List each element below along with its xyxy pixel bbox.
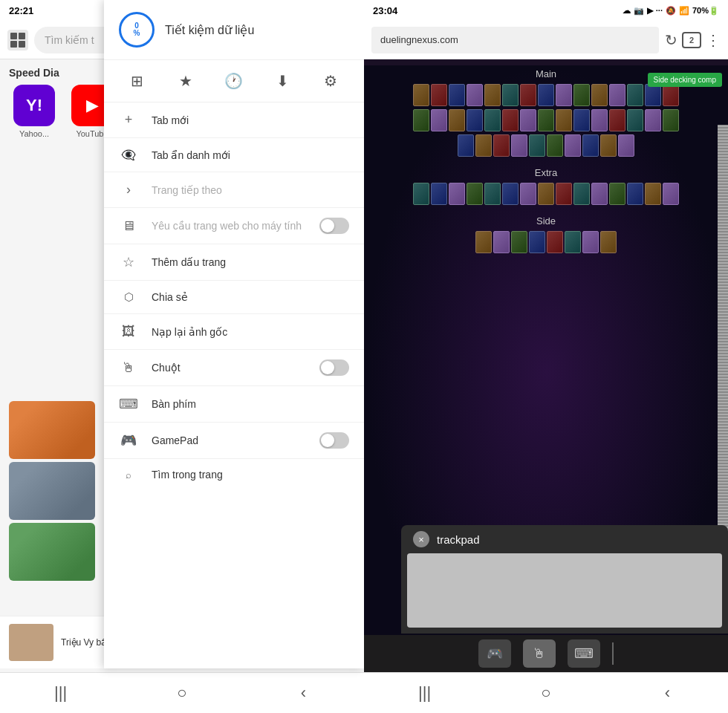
home-button-r[interactable]: ○ [527,678,565,708]
card [493,231,510,253]
desktop-label: Yêu cầu trang web cho máy tính [152,220,306,232]
menu-bookmarks-icon[interactable]: ★ [172,68,199,94]
browser-top-icons [7,30,28,51]
data-saver-percent-symbol: % [134,30,140,37]
grid-cell [10,41,17,48]
card [645,109,661,131]
menu-item-forward[interactable]: › Trang tiếp theo [104,172,364,208]
side-decking-badge: Main Side decking comp [648,73,723,87]
card [475,134,492,157]
trackpad-popup: × trackpad [401,525,728,634]
card [529,134,545,157]
trackpad-close-button[interactable]: × [413,531,429,547]
speed-dial-yahoo[interactable]: Y! Yahoo... [9,85,59,138]
more-menu-button[interactable]: ⋮ [706,31,721,49]
card [609,84,625,106]
menu-item-share[interactable]: ⬡ Chia sẻ [104,281,364,314]
mute-icon-r: 🔕 [666,6,676,16]
recent-apps-button-r[interactable]: ||| [406,678,443,708]
card [582,134,599,157]
new-tab-label: Tab mới [152,114,349,126]
keyboard-toolbar-button[interactable]: ⌨ [568,639,600,668]
card [582,231,599,253]
right-status-icons: ☁ 📷 ▶ ··· 🔕 📶 70%🔋 [623,6,719,16]
right-time: 23:04 [373,5,397,16]
trackpad-area[interactable] [407,553,722,628]
url-bar[interactable]: duelingnexus.com [371,27,659,53]
reload-button[interactable]: ↻ [665,31,677,49]
keyboard-label: Bàn phím [152,398,349,410]
back-button[interactable]: ‹ [285,678,322,708]
recent-apps-button[interactable]: ||| [42,678,79,708]
card [565,134,581,157]
share-icon: ⬡ [119,290,138,304]
menu-item-new-tab[interactable]: + Tab mới [104,102,364,138]
card [573,183,590,205]
card [520,84,536,106]
card [449,84,465,106]
card [591,183,608,205]
card [502,109,519,131]
right-panel: 23:04 ☁ 📷 ▶ ··· 🔕 📶 70%🔋 duelingnexus.co… [364,0,728,713]
close-icon: × [418,534,424,545]
card [431,84,447,106]
card [520,109,536,131]
card [573,84,590,106]
toolbar-separator [612,642,614,665]
menu-item-bookmark[interactable]: ☆ Thêm dấu trang [104,244,364,281]
menu-item-find[interactable]: ⌕ Tìm trong trang [104,459,364,490]
tab-count-badge[interactable]: 2 [682,32,701,48]
card [449,183,465,205]
menu-history-icon[interactable]: 🕐 [221,68,247,94]
card [538,84,554,106]
find-label: Tìm trong trang [152,469,349,481]
desktop-toggle[interactable] [319,218,349,234]
share-label: Chia sẻ [152,291,349,303]
menu-tabs-icon[interactable]: ⊞ [124,68,151,94]
menu-toolbar: ⊞ ★ 🕐 ⬇ ⚙ [104,60,364,102]
card [484,183,501,205]
extra-card-row [364,181,728,206]
card [529,231,545,253]
home-button[interactable]: ○ [163,678,201,708]
image-icon: 🖼 [119,324,138,339]
menu-downloads-icon[interactable]: ⬇ [269,68,296,94]
menu-item-incognito[interactable]: 👁‍🗨 Tab ẩn danh mới [104,138,364,172]
card [645,84,661,106]
grid-cell [10,33,17,39]
mouse-toolbar-button[interactable]: 🖱 [523,639,556,668]
mouse-toggle[interactable] [319,359,349,376]
grid-cell [19,33,25,39]
yahoo-label: Yahoo... [19,129,49,138]
gamepad-toolbar-button[interactable]: 🎮 [478,639,511,668]
card [565,231,581,253]
menu-item-gamepad[interactable]: 🎮 GamePad [104,423,364,459]
card [413,109,429,131]
card [511,134,527,157]
card [627,109,643,131]
card [538,183,554,205]
browser-toolbar-right: duelingnexus.com ↻ 2 ⋮ [364,21,728,59]
game-content: Main Side decking comp Main [364,59,728,672]
gamepad-toggle[interactable] [319,432,349,449]
youtube-logo: ▶ [86,96,99,115]
data-saver-circle: 0 % [119,12,155,48]
wifi-icon-r: 📶 [679,6,689,16]
card [431,109,447,131]
left-time: 22:21 [9,5,33,16]
main-card-row-2 [364,108,728,133]
gamepad-icon: 🎮 [119,432,138,449]
more-icon-r: ··· [656,6,663,15]
menu-settings-icon[interactable]: ⚙ [317,68,344,94]
card [609,183,625,205]
menu-item-desktop[interactable]: 🖥 Yêu cầu trang web cho máy tính [104,208,364,244]
yahoo-icon: Y! [13,85,55,126]
menu-item-mouse[interactable]: 🖱 Chuột [104,350,364,386]
forward-label: Trang tiếp theo [152,184,349,196]
grid-icon[interactable] [7,30,28,51]
menu-item-keyboard[interactable]: ⌨ Bàn phím [104,386,364,423]
menu-item-reload-image[interactable]: 🖼 Nạp lại ảnh gốc [104,314,364,350]
back-button-r[interactable]: ‹ [649,678,686,708]
scrollbar[interactable] [718,125,728,559]
incognito-icon: 👁‍🗨 [119,148,138,162]
